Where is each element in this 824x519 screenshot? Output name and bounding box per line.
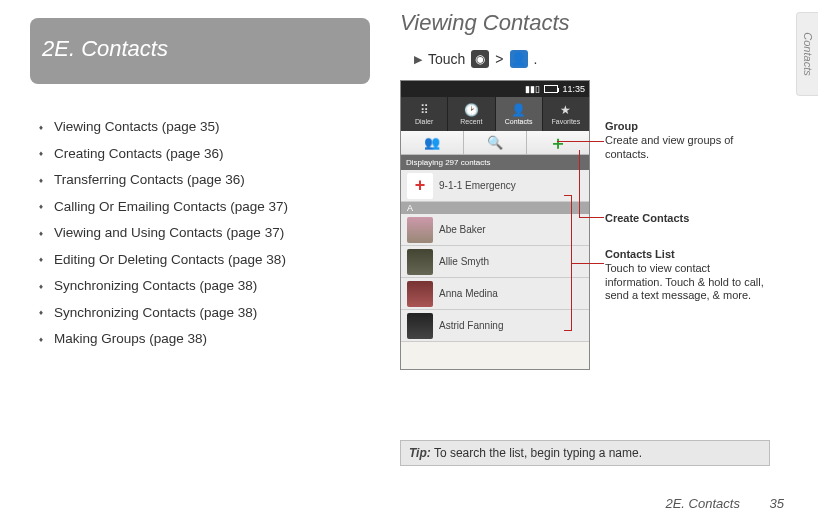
signal-icon: ▮▮▯	[525, 84, 540, 94]
tab-label: Dialer	[415, 118, 433, 125]
search-button[interactable]: 🔍	[464, 131, 527, 154]
diamond-icon: ⬧	[38, 148, 44, 158]
diamond-icon: ⬧	[38, 281, 44, 291]
home-icon: ◉	[471, 50, 489, 68]
toc-item-label: Making Groups (page 38)	[54, 332, 207, 346]
footer-page-number: 35	[770, 496, 784, 511]
toc-item-label: Transferring Contacts (page 36)	[54, 173, 245, 187]
contact-row[interactable]: Abe Baker	[401, 214, 589, 246]
contact-name: Allie Smyth	[439, 256, 489, 267]
toc-item-label: Calling Or Emailing Contacts (page 37)	[54, 200, 288, 214]
diamond-icon: ⬧	[38, 307, 44, 317]
toc-item[interactable]: ⬧Editing Or Deleting Contacts (page 38)	[38, 253, 370, 267]
phone-screenshot-area: ▮▮▯ 11:35 ⠿Dialer 🕑Recent 👤Contacts ★Fav…	[400, 80, 780, 390]
diamond-icon: ⬧	[38, 254, 44, 264]
callout-body: Touch to view contact information. Touch…	[605, 262, 770, 303]
toc-item[interactable]: ⬧Synchronizing Contacts (page 38)	[38, 306, 370, 320]
callout-leader	[579, 150, 580, 218]
diamond-icon: ⬧	[38, 122, 44, 132]
dialpad-icon: ⠿	[420, 103, 429, 117]
emergency-row[interactable]: + 9-1-1 Emergency	[401, 170, 589, 202]
callout-leader	[572, 263, 604, 264]
plus-icon: ＋	[549, 131, 567, 155]
tab-label: Recent	[460, 118, 482, 125]
callout-contacts-list: Contacts List Touch to view contact info…	[605, 248, 770, 303]
callout-leader	[557, 141, 604, 142]
toc-item-label: Synchronizing Contacts (page 38)	[54, 306, 257, 320]
contact-count-bar: Displaying 297 contacts	[401, 155, 589, 170]
action-bar: 👥 🔍 ＋	[401, 131, 589, 155]
step-text-post: .	[534, 51, 538, 67]
callout-bracket	[564, 195, 572, 331]
diamond-icon: ⬧	[38, 175, 44, 185]
diamond-icon: ⬧	[38, 201, 44, 211]
thumb-tab: Contacts	[796, 12, 818, 96]
tab-label: Favorites	[551, 118, 580, 125]
avatar	[407, 249, 433, 275]
contact-row[interactable]: Allie Smyth	[401, 246, 589, 278]
contact-name: Astrid Fanning	[439, 320, 503, 331]
tab-recent[interactable]: 🕑Recent	[448, 97, 495, 131]
callout-create-contacts: Create Contacts	[605, 212, 770, 226]
toc-item-label: Viewing Contacts (page 35)	[54, 120, 220, 134]
tip-text: To search the list, begin typing a name.	[431, 446, 642, 460]
battery-icon	[544, 85, 558, 93]
toc-item[interactable]: ⬧Viewing and Using Contacts (page 37)	[38, 226, 370, 240]
callout-leader	[579, 217, 604, 218]
toc-item[interactable]: ⬧Making Groups (page 38)	[38, 332, 370, 346]
toc-item-label: Viewing and Using Contacts (page 37)	[54, 226, 284, 240]
tab-label: Contacts	[505, 118, 533, 125]
diamond-icon: ⬧	[38, 334, 44, 344]
instruction-step: ▶ Touch ◉ > 👤 .	[414, 50, 780, 68]
avatar	[407, 281, 433, 307]
tab-contacts[interactable]: 👤Contacts	[496, 97, 543, 131]
contact-name: Anna Medina	[439, 288, 498, 299]
tab-dialer[interactable]: ⠿Dialer	[401, 97, 448, 131]
section-header: 2E. Contacts	[30, 18, 370, 84]
star-icon: ★	[560, 103, 571, 117]
toc-item[interactable]: ⬧Transferring Contacts (page 36)	[38, 173, 370, 187]
avatar	[407, 217, 433, 243]
contact-name: 9-1-1 Emergency	[439, 180, 516, 191]
toc-item-label: Editing Or Deleting Contacts (page 38)	[54, 253, 286, 267]
avatar	[407, 313, 433, 339]
callout-group: Group Create and view groups of contacts…	[605, 120, 770, 161]
callout-title: Group	[605, 120, 770, 134]
triangle-icon: ▶	[414, 53, 422, 66]
callout-title: Contacts List	[605, 248, 770, 262]
plus-icon: +	[407, 173, 433, 199]
toc-item-label: Creating Contacts (page 36)	[54, 147, 224, 161]
group-button[interactable]: 👥	[401, 131, 464, 154]
step-text-mid: >	[495, 51, 503, 67]
status-bar: ▮▮▯ 11:35	[401, 81, 589, 97]
footer-section: 2E. Contacts	[665, 496, 739, 511]
toc-item[interactable]: ⬧Creating Contacts (page 36)	[38, 147, 370, 161]
person-icon: 👤	[511, 103, 526, 117]
page-heading: Viewing Contacts	[400, 10, 780, 36]
callout-body: Create and view groups of contacts.	[605, 134, 770, 162]
toc-item[interactable]: ⬧Calling Or Emailing Contacts (page 37)	[38, 200, 370, 214]
status-time: 11:35	[562, 84, 585, 94]
alpha-section-header: A	[401, 202, 589, 214]
callout-title: Create Contacts	[605, 212, 770, 226]
tab-favorites[interactable]: ★Favorites	[543, 97, 589, 131]
table-of-contents: ⬧Viewing Contacts (page 35) ⬧Creating Co…	[30, 120, 370, 346]
toc-item-label: Synchronizing Contacts (page 38)	[54, 279, 257, 293]
contact-name: Abe Baker	[439, 224, 486, 235]
toc-item[interactable]: ⬧Viewing Contacts (page 35)	[38, 120, 370, 134]
tip-label: Tip:	[409, 446, 431, 460]
contacts-app-icon: 👤	[510, 50, 528, 68]
search-icon: 🔍	[487, 135, 503, 150]
tab-row: ⠿Dialer 🕑Recent 👤Contacts ★Favorites	[401, 97, 589, 131]
thumb-tab-label: Contacts	[802, 32, 814, 75]
clock-icon: 🕑	[464, 103, 479, 117]
tip-box: Tip: To search the list, begin typing a …	[400, 440, 770, 466]
toc-item[interactable]: ⬧Synchronizing Contacts (page 38)	[38, 279, 370, 293]
step-text-pre: Touch	[428, 51, 465, 67]
page-footer: 2E. Contacts 35	[665, 496, 784, 511]
group-icon: 👥	[424, 135, 440, 150]
phone-mock: ▮▮▯ 11:35 ⠿Dialer 🕑Recent 👤Contacts ★Fav…	[400, 80, 590, 370]
contact-row[interactable]: Astrid Fanning	[401, 310, 589, 342]
contact-row[interactable]: Anna Medina	[401, 278, 589, 310]
diamond-icon: ⬧	[38, 228, 44, 238]
